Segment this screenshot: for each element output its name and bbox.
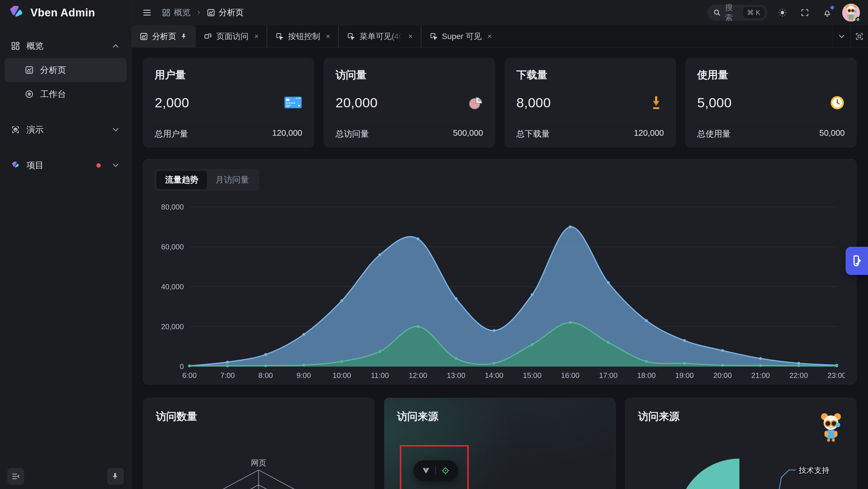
card-visit-source-2: 访问来源 技术支持 <box>625 398 857 489</box>
svg-text:16:00: 16:00 <box>561 371 580 379</box>
app-title: Vben Admin <box>30 7 95 19</box>
tab-menu-visible[interactable]: 菜单可见(40 × <box>338 25 421 47</box>
sidebar-menu: 概览 分析页 工作台 演示 项目 <box>0 25 131 464</box>
svg-text:18:00: 18:00 <box>637 371 656 379</box>
pin-sidebar-button[interactable] <box>107 468 124 485</box>
card-title: 使用量 <box>697 68 845 82</box>
chart-icon <box>140 32 148 41</box>
maximize-content-button[interactable] <box>850 25 868 47</box>
tab-analytics[interactable]: 分析页 <box>131 25 196 47</box>
sidebar-item-label: 工作台 <box>40 88 66 100</box>
app-root: Vben Admin 概览 分析页 工作台 演示 <box>0 0 868 489</box>
target-icon[interactable] <box>441 466 450 475</box>
sidebar-item-label: 分析页 <box>40 64 66 76</box>
radar-chart[interactable]: 网页 <box>143 398 374 489</box>
stat-footer-label: 总访问量 <box>336 128 369 140</box>
close-tab-icon[interactable]: × <box>254 32 259 41</box>
cursor-click-icon <box>429 32 438 41</box>
pie-chart[interactable]: 技术支持 <box>625 398 856 489</box>
close-tab-icon[interactable]: × <box>326 32 330 41</box>
notifications-button[interactable] <box>820 5 835 20</box>
chevron-down-icon <box>837 32 846 41</box>
collapse-icon <box>11 472 20 481</box>
breadcrumb-item-overview[interactable]: 概览 <box>162 7 191 19</box>
tabs-dropdown-button[interactable] <box>832 25 850 47</box>
stat-cards-row: 用户量 2,000 总用户量 120,000 访问量 20,000 <box>143 58 857 148</box>
devtools-toolbar[interactable] <box>413 460 458 481</box>
area-chart[interactable]: 020,00040,00060,00080,0006:007:008:009:0… <box>155 197 845 381</box>
user-avatar[interactable] <box>842 4 860 22</box>
chevron-down-icon <box>111 125 120 134</box>
svg-text:20:00: 20:00 <box>713 371 732 379</box>
logo[interactable]: Vben Admin <box>0 0 131 25</box>
chart-icon <box>25 65 34 75</box>
breadcrumb-separator-icon <box>195 9 202 16</box>
theme-toggle-button[interactable] <box>775 5 790 20</box>
disc-icon <box>25 90 34 99</box>
svg-text:40,000: 40,000 <box>161 283 184 291</box>
svg-text:19:00: 19:00 <box>675 371 694 379</box>
vue-devtools-icon[interactable] <box>422 466 430 475</box>
dashboard-icon <box>11 41 20 51</box>
fullscreen-icon <box>800 8 809 17</box>
close-tab-icon[interactable]: × <box>408 32 412 41</box>
clock-icon <box>830 95 845 110</box>
bottom-cards-row: 访问数量 网页 访问来源 <box>143 398 857 489</box>
trend-card: 流量趋势 月访问量 020,00040,00060,00080,0006:007… <box>143 159 857 385</box>
preferences-button[interactable] <box>846 247 868 275</box>
svg-text:9:00: 9:00 <box>297 371 311 379</box>
sidebar-footer <box>0 464 131 489</box>
pie-percent-icon <box>468 95 483 110</box>
svg-text:网页: 网页 <box>251 459 267 467</box>
trend-tabs: 流量趋势 月访问量 <box>155 169 259 191</box>
sidebar-item-overview[interactable]: 概览 <box>5 34 127 58</box>
palette-icon <box>850 254 863 267</box>
collapse-sidebar-button[interactable] <box>7 468 24 485</box>
card-title: 用户量 <box>155 68 302 82</box>
pin-icon <box>111 472 120 481</box>
sidebar-item-project[interactable]: 项目 <box>5 153 127 177</box>
stat-footer-label: 总下载量 <box>516 128 550 140</box>
tab-bar: 分析页 页面访问 × 按钮控制 × 菜单可见(40 × Super 可见 <box>131 25 868 47</box>
svg-text:12:00: 12:00 <box>409 371 427 379</box>
card-visit-count: 访问数量 网页 <box>143 398 374 489</box>
sidebar-item-label: 演示 <box>26 124 43 136</box>
tab-monthly-visits[interactable]: 月访问量 <box>207 171 257 189</box>
svg-text:7:00: 7:00 <box>220 371 235 379</box>
search-placeholder: 搜索 <box>725 2 739 23</box>
stat-footer-value: 500,000 <box>453 128 483 140</box>
sidebar-item-label: 项目 <box>26 160 43 171</box>
tab-button-control[interactable]: 按钮控制 × <box>267 25 338 47</box>
pin-icon[interactable] <box>180 33 188 40</box>
stat-footer-value: 120,000 <box>634 128 664 140</box>
stat-footer-value: 50,000 <box>819 128 845 140</box>
stat-card-downloads: 下载量 8,000 总下载量 120,000 <box>505 58 676 148</box>
chevron-down-icon <box>111 161 120 170</box>
header: 概览 分析页 搜索 ⌘ K <box>131 0 868 25</box>
breadcrumb-item-analytics[interactable]: 分析页 <box>207 7 244 19</box>
tab-page-access[interactable]: 页面访问 × <box>196 25 267 47</box>
search-shortcut: ⌘ K <box>743 7 765 19</box>
sidebar-item-label: 概览 <box>26 40 43 52</box>
global-search[interactable]: 搜索 ⌘ K <box>707 5 768 21</box>
tab-super-visible[interactable]: Super 可见 × <box>421 25 500 47</box>
card-title: 下载量 <box>516 68 664 82</box>
sidebar-item-analytics[interactable]: 分析页 <box>5 58 127 82</box>
svg-text:6:00: 6:00 <box>182 371 197 379</box>
stat-value: 5,000 <box>697 95 732 110</box>
svg-text:17:00: 17:00 <box>599 371 618 379</box>
close-tab-icon[interactable]: × <box>487 32 492 41</box>
chevron-up-icon <box>111 41 120 51</box>
cursor-click-icon <box>275 32 284 41</box>
sidebar-item-demos[interactable]: 演示 <box>5 118 127 142</box>
stat-value: 20,000 <box>336 95 378 110</box>
tab-traffic-trend[interactable]: 流量趋势 <box>156 171 207 189</box>
divider <box>435 466 436 475</box>
card-title: 访问量 <box>336 68 483 82</box>
svg-text:20,000: 20,000 <box>161 323 184 331</box>
menu-toggle-button[interactable] <box>140 5 154 20</box>
fullscreen-button[interactable] <box>797 5 812 20</box>
sidebar-item-workbench[interactable]: 工作台 <box>5 82 127 106</box>
svg-text:11:00: 11:00 <box>371 371 389 379</box>
svg-text:60,000: 60,000 <box>161 243 184 251</box>
